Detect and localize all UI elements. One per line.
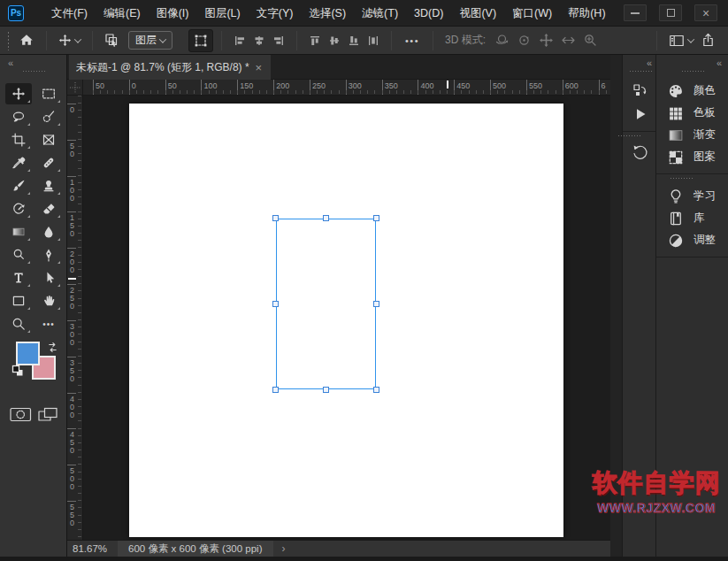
clone-source-panel-button[interactable] bbox=[623, 80, 658, 103]
screen-mode-button[interactable] bbox=[38, 407, 58, 426]
align-vertical-centers-button[interactable] bbox=[325, 29, 344, 52]
document-canvas[interactable] bbox=[129, 104, 563, 537]
collapse-panel-icon[interactable]: « bbox=[647, 58, 651, 68]
foreground-color-swatch[interactable] bbox=[16, 342, 40, 365]
3d-zoom-button[interactable] bbox=[579, 29, 602, 52]
horizontal-ruler[interactable]: 500501001502002503003504004505005506006 bbox=[67, 80, 610, 96]
tab-close-icon[interactable]: × bbox=[253, 61, 264, 74]
3d-drag-button[interactable] bbox=[535, 29, 557, 52]
collapse-panel-icon[interactable]: « bbox=[8, 58, 12, 68]
menu-item[interactable]: 文件(F) bbox=[43, 0, 96, 27]
menu-item[interactable]: 图像(I) bbox=[149, 0, 197, 27]
type-tool[interactable] bbox=[5, 267, 32, 288]
share-button[interactable] bbox=[697, 29, 719, 52]
transform-handle-s[interactable] bbox=[323, 387, 329, 393]
transform-handle-sw[interactable] bbox=[272, 387, 279, 393]
panel-grip[interactable] bbox=[681, 70, 704, 73]
quick-selection-tool[interactable] bbox=[35, 106, 62, 127]
dodge-tool[interactable] bbox=[5, 244, 32, 265]
transform-handle-n[interactable] bbox=[323, 215, 329, 221]
panel-grip[interactable] bbox=[22, 70, 45, 73]
move-tool[interactable] bbox=[5, 83, 32, 104]
status-options-chevron[interactable]: › bbox=[282, 542, 286, 555]
clone-stamp-icon bbox=[42, 179, 56, 193]
learn-panel-button[interactable]: 学习 bbox=[656, 185, 728, 207]
menu-item[interactable]: 3D(D) bbox=[406, 0, 451, 27]
3d-slide-button[interactable] bbox=[557, 29, 579, 52]
menu-item[interactable]: 图层(L) bbox=[196, 0, 248, 27]
edit-toolbar-button[interactable]: ••• bbox=[35, 313, 62, 334]
blur-tool[interactable] bbox=[35, 221, 62, 242]
3d-orbit-button[interactable] bbox=[491, 29, 513, 52]
hand-tool[interactable] bbox=[35, 290, 62, 311]
path-selection-tool[interactable] bbox=[35, 267, 62, 288]
align-right-edges-button[interactable] bbox=[269, 29, 288, 52]
transform-handle-e[interactable] bbox=[373, 301, 379, 307]
swatches-panel-button[interactable]: 色板 bbox=[656, 102, 728, 124]
panel-grip[interactable] bbox=[670, 177, 693, 180]
auto-select-target-dropdown[interactable]: 图层 bbox=[128, 31, 172, 50]
minimize-button[interactable] bbox=[624, 4, 647, 21]
adjustments-panel-button[interactable]: 调整 bbox=[656, 229, 728, 251]
menu-item[interactable]: 视图(V) bbox=[451, 0, 504, 27]
patterns-panel-button[interactable]: 图案 bbox=[656, 146, 728, 168]
quick-mask-mode-button[interactable] bbox=[10, 407, 32, 426]
align-top-edges-button[interactable] bbox=[305, 29, 325, 52]
menu-item[interactable]: 选择(S) bbox=[301, 0, 354, 27]
vertical-ruler[interactable]: 050100150200250300350400450500550 bbox=[67, 96, 83, 540]
gradients-panel-button[interactable]: 渐变 bbox=[656, 124, 728, 146]
zoom-tool[interactable] bbox=[5, 313, 32, 334]
3d-roll-button[interactable] bbox=[513, 29, 535, 52]
home-button[interactable] bbox=[15, 29, 38, 52]
clone-stamp-tool[interactable] bbox=[35, 175, 62, 196]
transform-handle-se[interactable] bbox=[373, 387, 379, 393]
default-colors-icon[interactable] bbox=[11, 365, 24, 380]
actions-panel-button[interactable] bbox=[623, 103, 658, 126]
pen-tool[interactable] bbox=[35, 244, 62, 265]
rectangular-marquee-tool[interactable] bbox=[35, 83, 62, 104]
auto-select-toggle[interactable] bbox=[101, 29, 123, 52]
workspace-switcher-button[interactable] bbox=[665, 29, 697, 52]
color-panel-button[interactable]: 颜色 bbox=[656, 80, 728, 102]
history-brush-tool[interactable] bbox=[5, 198, 32, 219]
panel-grip[interactable] bbox=[617, 134, 640, 137]
align-left-edges-button[interactable] bbox=[230, 29, 249, 52]
gradient-tool[interactable] bbox=[5, 221, 32, 242]
menu-item[interactable]: 帮助(H) bbox=[560, 0, 613, 27]
eyedropper-tool[interactable] bbox=[5, 152, 32, 173]
align-horizontal-centers-button[interactable] bbox=[249, 29, 269, 52]
brush-tool[interactable] bbox=[5, 175, 32, 196]
history-panel-button[interactable] bbox=[623, 141, 658, 164]
collapse-panel-icon[interactable]: « bbox=[717, 58, 721, 68]
menu-item[interactable]: 文字(Y) bbox=[249, 0, 302, 27]
options-bar-grip[interactable] bbox=[7, 31, 10, 50]
align-bottom-edges-button[interactable] bbox=[344, 29, 364, 52]
transform-handle-ne[interactable] bbox=[373, 215, 379, 221]
move-tool-preset-button[interactable] bbox=[55, 29, 84, 52]
spot-healing-brush-tool[interactable] bbox=[35, 152, 62, 173]
lasso-tool[interactable] bbox=[5, 106, 32, 127]
eraser-tool[interactable] bbox=[35, 198, 62, 219]
show-transform-controls-toggle[interactable] bbox=[188, 29, 213, 52]
libraries-panel-button[interactable]: 库 bbox=[656, 207, 728, 229]
shape-transform-box[interactable] bbox=[276, 219, 376, 389]
frame-tool[interactable] bbox=[35, 129, 62, 150]
close-button[interactable]: × bbox=[694, 4, 717, 21]
align-options-button[interactable]: ••• bbox=[400, 29, 425, 52]
maximize-button[interactable] bbox=[659, 4, 682, 21]
transform-handle-nw[interactable] bbox=[272, 215, 279, 221]
photoshop-logo-icon[interactable]: Ps bbox=[8, 5, 24, 21]
menu-item[interactable]: 编辑(E) bbox=[96, 0, 149, 27]
document-tab[interactable]: 未标题-1 @ 81.7% (矩形 1, RGB/8) * × bbox=[69, 55, 271, 80]
menu-item[interactable]: 窗口(W) bbox=[504, 0, 560, 27]
document-info[interactable]: 600 像素 x 600 像素 (300 ppi) bbox=[118, 541, 273, 557]
rectangle-tool[interactable] bbox=[5, 290, 32, 311]
zoom-level-field[interactable]: 81.67% bbox=[67, 543, 114, 554]
ruler-origin[interactable] bbox=[67, 80, 83, 96]
crop-tool[interactable] bbox=[5, 129, 32, 150]
distribute-horizontal-button[interactable] bbox=[364, 29, 383, 52]
swap-colors-icon[interactable] bbox=[47, 341, 58, 357]
transform-handle-w[interactable] bbox=[272, 301, 279, 307]
panel-grip[interactable] bbox=[629, 70, 652, 73]
menu-item[interactable]: 滤镜(T) bbox=[354, 0, 406, 27]
